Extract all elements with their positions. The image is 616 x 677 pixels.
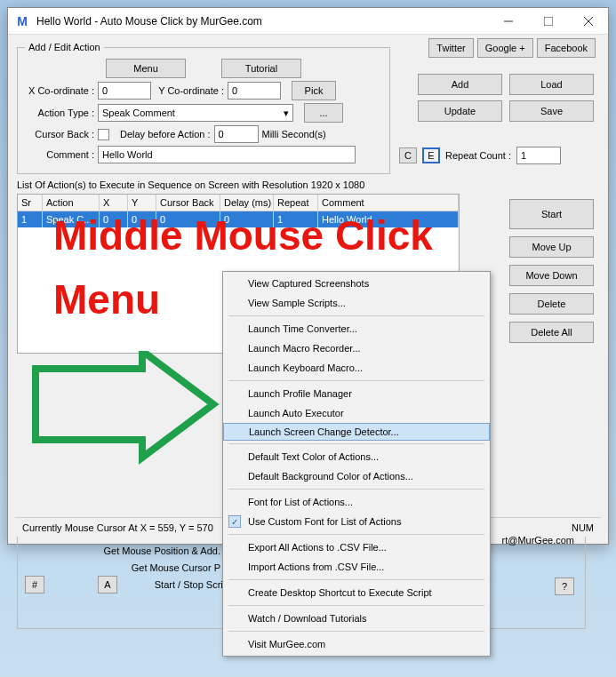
- pick-button[interactable]: Pick: [292, 81, 336, 100]
- svg-rect-1: [544, 17, 553, 26]
- add-button[interactable]: Add: [418, 74, 502, 95]
- cell: 1: [18, 211, 43, 227]
- minimize-button[interactable]: [488, 8, 528, 35]
- col-x[interactable]: X: [100, 195, 128, 211]
- cursorback-label: Cursor Back :: [25, 129, 94, 139]
- menu-separator: [228, 534, 484, 535]
- menu-item-label: Launch Screen Change Detector...: [249, 426, 399, 437]
- update-button[interactable]: Update: [418, 100, 502, 122]
- menu-item-label: Launch Keyboard Macro...: [248, 362, 363, 373]
- actiontype-label: Action Type :: [25, 108, 94, 118]
- window-title: Hello World - Auto Mouse Click by MurGee…: [36, 15, 488, 28]
- menu-item-label: Use Custom Font for List of Actions: [248, 516, 401, 527]
- load-button[interactable]: Load: [509, 74, 594, 95]
- menu-item[interactable]: Launch Screen Change Detector...: [223, 423, 490, 441]
- actiontype-combo[interactable]: Speak Comment ▾: [98, 104, 293, 122]
- menu-separator: [228, 489, 484, 490]
- comment-input[interactable]: [98, 146, 356, 163]
- col-delay[interactable]: Delay (ms): [220, 195, 274, 211]
- twitter-button[interactable]: Twitter: [428, 38, 473, 58]
- google-button[interactable]: Google +: [477, 38, 533, 58]
- table-header: Sr Action X Y Cursor Back Delay (ms) Rep…: [18, 195, 459, 211]
- col-cursorback[interactable]: Cursor Back: [156, 195, 220, 211]
- a-button[interactable]: A: [98, 576, 117, 593]
- menu-item[interactable]: Launch Time Converter...: [223, 319, 490, 338]
- context-menu[interactable]: View Captured ScreenshotsView Sample Scr…: [222, 271, 491, 657]
- menu-item-label: Import Actions from .CSV File...: [248, 562, 384, 572]
- menu-item[interactable]: ✓Use Custom Font for List of Actions: [223, 512, 490, 531]
- getpos-label: Get Mouse Position & Add.: [25, 546, 220, 556]
- repeat-label: Repeat Count :: [445, 150, 511, 161]
- list-label: List Of Action(s) to Execute in Sequence…: [17, 179, 599, 190]
- col-y[interactable]: Y: [128, 195, 156, 211]
- movedown-button[interactable]: Move Down: [509, 265, 594, 286]
- x-input[interactable]: [98, 82, 151, 100]
- c-button[interactable]: C: [399, 147, 417, 163]
- menu-item[interactable]: Export All Actions to .CSV File...: [223, 538, 490, 557]
- hash-button[interactable]: #: [25, 576, 44, 593]
- actiontype-value: Speak Comment: [102, 108, 175, 118]
- overlay-text-2: Menu: [53, 275, 160, 323]
- menu-item-label: Create Desktop Shortcut to Execute Scrip…: [248, 587, 432, 598]
- menu-separator: [228, 443, 484, 444]
- menu-item[interactable]: View Captured Screenshots: [223, 274, 490, 293]
- menu-item[interactable]: Visit MurGee.com: [223, 634, 490, 654]
- menu-item[interactable]: Default Background Color of Actions...: [223, 466, 490, 486]
- menu-item[interactable]: Font for List of Actions...: [223, 492, 490, 512]
- menu-item-label: View Sample Scripts...: [248, 298, 346, 308]
- menu-separator: [228, 579, 484, 580]
- status-num: NUM: [572, 522, 594, 533]
- col-action[interactable]: Action: [43, 195, 100, 211]
- menu-item[interactable]: Create Desktop Shortcut to Execute Scrip…: [223, 583, 490, 602]
- y-input[interactable]: [228, 82, 281, 100]
- menu-item-label: View Captured Screenshots: [248, 278, 369, 289]
- menu-item[interactable]: Default Text Color of Actions...: [223, 447, 490, 466]
- menu-item[interactable]: Watch / Download Tutorials: [223, 609, 490, 628]
- menu-item-label: Watch / Download Tutorials: [248, 613, 366, 624]
- menu-item-label: Launch Auto Executor: [248, 408, 344, 418]
- x-label: X Co-ordinate :: [25, 85, 94, 96]
- menu-item[interactable]: Launch Profile Manager: [223, 384, 490, 403]
- menu-item[interactable]: Import Actions from .CSV File...: [223, 557, 490, 577]
- y-label: Y Co-ordinate :: [155, 85, 224, 96]
- menu-item-label: Export All Actions to .CSV File...: [248, 542, 387, 553]
- menu-item-label: Default Background Color of Actions...: [248, 471, 413, 482]
- menu-item[interactable]: Launch Keyboard Macro...: [223, 358, 490, 378]
- menu-item-label: Default Text Color of Actions...: [248, 451, 379, 462]
- deleteall-button[interactable]: Delete All: [509, 322, 594, 343]
- close-button[interactable]: [568, 8, 608, 35]
- moveup-button[interactable]: Move Up: [509, 236, 594, 258]
- col-sr[interactable]: Sr: [18, 195, 43, 211]
- menu-button[interactable]: Menu: [106, 59, 186, 78]
- e-button[interactable]: E: [422, 147, 440, 163]
- group-legend: Add / Edit Action: [25, 42, 104, 52]
- tutorial-button[interactable]: Tutorial: [221, 59, 301, 78]
- ms-label: Milli Second(s): [262, 129, 326, 139]
- help-button[interactable]: ?: [555, 577, 574, 595]
- maximize-button[interactable]: [528, 8, 568, 35]
- menu-item[interactable]: View Sample Scripts...: [223, 293, 490, 313]
- menu-item-label: Launch Time Converter...: [248, 323, 357, 334]
- menu-item-label: Launch Macro Recorder...: [248, 343, 361, 354]
- getcur-label: Get Mouse Cursor P: [25, 562, 220, 573]
- facebook-button[interactable]: Facebook: [537, 38, 596, 58]
- col-comment[interactable]: Comment: [318, 195, 459, 211]
- menu-item[interactable]: Launch Auto Executor: [223, 403, 490, 423]
- comment-label: Comment :: [25, 149, 94, 160]
- repeat-input[interactable]: [516, 147, 561, 164]
- chevron-down-icon: ▾: [284, 108, 289, 119]
- delaybefore-label: Delay before Action :: [120, 129, 211, 139]
- menu-item-label: Visit MurGee.com: [248, 639, 325, 649]
- cursorback-checkbox[interactable]: [98, 129, 109, 140]
- menu-item[interactable]: Launch Macro Recorder...: [223, 338, 490, 358]
- col-repeat[interactable]: Repeat: [274, 195, 318, 211]
- overlay-text-1: Middle Mouse Click: [53, 213, 433, 259]
- delaybefore-input[interactable]: [214, 125, 259, 143]
- titlebar[interactable]: M Hello World - Auto Mouse Click by MurG…: [8, 8, 608, 35]
- delete-button[interactable]: Delete: [509, 293, 594, 315]
- actiontype-more-button[interactable]: ...: [304, 103, 343, 123]
- save-button[interactable]: Save: [509, 100, 594, 122]
- menu-item-label: Launch Profile Manager: [248, 388, 352, 399]
- start-button[interactable]: Start: [509, 199, 594, 229]
- menu-separator: [228, 605, 484, 606]
